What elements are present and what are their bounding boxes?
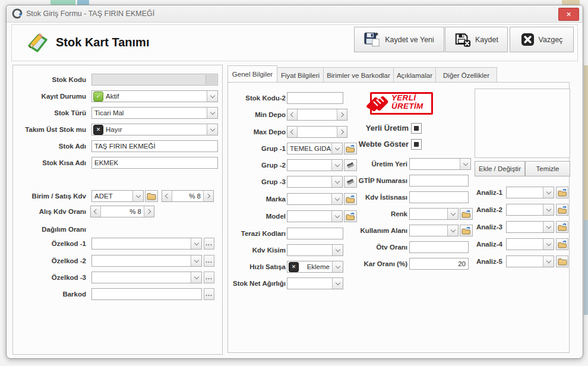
chevron-down-icon[interactable] [447, 225, 458, 236]
spin-right-icon[interactable] [144, 206, 154, 217]
barkod-browse-button[interactable]: ... [204, 288, 214, 300]
app-logo-icon [12, 8, 23, 19]
analiz1-select[interactable] [506, 187, 554, 198]
chevron-down-icon[interactable] [543, 204, 554, 215]
chevron-down-icon[interactable] [460, 159, 470, 169]
detail-tab-panel: Genel Bilgiler Fiyat Bilgileri Birimler … [227, 65, 572, 354]
otv-orani-label: Ötv Oranı [333, 241, 407, 253]
stok-turu-select[interactable]: Ticari Mal [91, 107, 218, 119]
close-button[interactable]: ✕ [558, 8, 579, 21]
image-add-change-button[interactable]: Ekle / Değiştir [475, 161, 525, 176]
chevron-down-icon[interactable] [207, 91, 217, 102]
kayit-durumu-select[interactable]: ✓ Aktif [91, 90, 218, 102]
renk-open-button[interactable] [460, 208, 473, 220]
ozelkod1-select[interactable] [91, 238, 202, 250]
yerli-uretim-logo-line1: YERLİ [391, 94, 423, 102]
spin-right-icon[interactable] [203, 191, 213, 201]
tab-fiyat-bilgileri[interactable]: Fiyat Bilgileri [277, 67, 324, 83]
webte-goster-checkbox[interactable] [411, 139, 422, 150]
stok-kodu-input [91, 74, 218, 86]
analiz2-select[interactable] [506, 204, 554, 216]
ellipsis-icon: ... [206, 275, 212, 280]
stok-net-agirligi-select[interactable] [287, 277, 343, 289]
ozelkod1-browse-button[interactable]: ... [204, 238, 214, 250]
chevron-down-icon[interactable] [207, 108, 217, 118]
analiz3-label: Analiz-3 [472, 221, 502, 233]
birim-select[interactable]: ADET [91, 190, 144, 202]
tab-birimler-ve-barkodlar[interactable]: Birimler ve Barkodlar [323, 67, 394, 83]
gtip-numarasi-input[interactable] [409, 175, 469, 187]
alis-kdv-value[interactable]: % 8 [101, 206, 144, 217]
birim-folder-button[interactable] [145, 190, 158, 202]
stok-turu-label: Stok Türü [15, 107, 86, 119]
analiz4-select[interactable] [506, 238, 554, 250]
save-and-new-button[interactable]: Kaydet ve Yeni [354, 27, 444, 52]
terazi-kodlari-label: Terazi Kodları [227, 228, 286, 239]
analiz5-folder-button[interactable] [556, 255, 568, 267]
min-depo-spinner[interactable] [287, 109, 347, 121]
chevron-down-icon[interactable] [191, 272, 201, 283]
satis-kdv-spinner[interactable]: % 8 [162, 190, 214, 202]
kayit-durumu-value: Aktif [103, 91, 207, 102]
kar-orani-label: Kar Oranı (%) [333, 258, 407, 270]
analiz5-select[interactable] [506, 255, 554, 267]
chevron-down-icon[interactable] [543, 187, 554, 198]
save-and-new-label: Kaydet ve Yeni [385, 36, 434, 44]
stok-adi-input[interactable]: TAŞ FIRIN EKMEĞİ [91, 140, 218, 152]
image-clear-button[interactable]: Temizle [525, 161, 570, 176]
folder-open-icon [558, 206, 567, 214]
chevron-down-icon[interactable] [191, 238, 201, 249]
chevron-down-icon[interactable] [543, 256, 554, 267]
spin-left-icon[interactable] [287, 127, 298, 137]
analiz4-open-button[interactable] [556, 238, 568, 250]
chevron-down-icon[interactable] [447, 209, 458, 219]
stok-kodu2-input[interactable] [287, 92, 343, 104]
tab-genel-bilgiler[interactable]: Genel Bilgiler [227, 65, 277, 82]
takim-ust-stok-value: Hayır [103, 124, 207, 135]
alis-kdv-spinner[interactable]: % 8 [90, 206, 154, 217]
takim-ust-stok-select[interactable]: ✕ Hayır [91, 124, 218, 135]
save-button[interactable]: Kaydet [445, 27, 508, 52]
spin-left-icon[interactable] [162, 191, 172, 201]
tab-diger-ozellikler[interactable]: Diğer Özellikler [435, 67, 497, 83]
ozelkod2-browse-button[interactable]: ... [204, 255, 214, 267]
kullanim-alani-open-button[interactable] [460, 225, 473, 236]
window-title: Stok Giriş Formu - TAŞ FIRIN EKMEĞİ [26, 5, 154, 22]
otv-orani-input[interactable] [409, 241, 469, 253]
kdv-istisnasi-input[interactable] [409, 191, 469, 203]
chevron-down-icon[interactable] [543, 222, 554, 232]
analiz3-select[interactable] [506, 221, 554, 233]
cancel-button[interactable]: Vazgeç [510, 27, 574, 52]
spin-left-icon[interactable] [91, 206, 101, 217]
chevron-down-icon[interactable] [132, 191, 143, 201]
stok-turu-value: Ticari Mal [92, 108, 207, 118]
barkod-input[interactable] [91, 288, 202, 300]
spin-right-icon[interactable] [337, 109, 347, 120]
satis-kdv-value[interactable]: % 8 [172, 191, 203, 201]
uretim-yeri-select[interactable] [409, 158, 471, 170]
kayit-durumu-label: Kayıt Durumu [15, 90, 86, 102]
analiz2-label: Analiz-2 [472, 204, 502, 216]
chevron-down-icon[interactable] [543, 239, 554, 250]
ozelkod3-browse-button[interactable]: ... [204, 272, 214, 283]
ozelkod3-select[interactable] [91, 272, 202, 283]
chevron-down-icon[interactable] [332, 278, 343, 289]
spin-left-icon[interactable] [287, 109, 298, 120]
analiz3-open-button[interactable] [556, 221, 568, 233]
analiz2-open-button[interactable] [556, 204, 568, 216]
tab-aciklamalar[interactable]: Açıklamalar [393, 67, 436, 83]
chevron-down-icon[interactable] [191, 255, 201, 266]
kullanim-alani-select[interactable] [409, 225, 459, 236]
analiz5-label: Analiz-5 [472, 255, 502, 267]
yerli-uretim-checkbox[interactable] [411, 123, 422, 134]
analiz1-open-button[interactable] [556, 187, 568, 198]
stok-kodu2-label: Stok Kodu-2 [227, 92, 286, 104]
ellipsis-icon: ... [206, 292, 212, 296]
renk-select[interactable] [409, 208, 459, 220]
ozelkod2-select[interactable] [91, 255, 202, 267]
stok-kisa-adi-input[interactable]: EKMEK [91, 157, 218, 169]
active-check-icon: ✓ [93, 91, 103, 102]
chevron-down-icon[interactable] [207, 124, 217, 135]
folder-open-icon [558, 223, 567, 231]
kar-orani-input[interactable]: 20 [409, 258, 469, 270]
